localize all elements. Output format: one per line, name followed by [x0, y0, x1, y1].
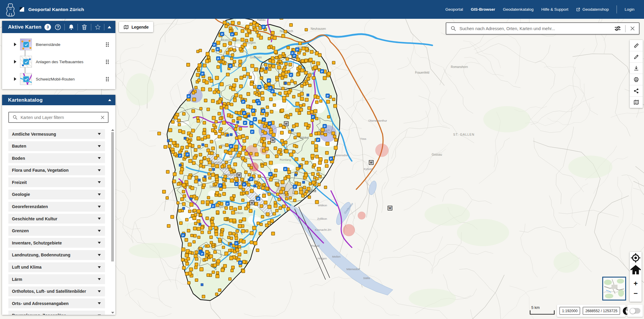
- top-nav-item[interactable]: Hilfe & Support: [541, 7, 569, 12]
- catalog-category[interactable]: Boden: [8, 153, 105, 163]
- svg-text:Frauenfeld: Frauenfeld: [415, 71, 429, 74]
- catalog-category-label: Geschichte und Kultur: [12, 216, 98, 221]
- contrast-toggle[interactable]: [630, 308, 640, 314]
- global-search-input[interactable]: [459, 26, 614, 31]
- home-button[interactable]: [630, 264, 642, 276]
- layer-checkbox[interactable]: [23, 41, 29, 48]
- close-search-icon[interactable]: [630, 26, 635, 31]
- collapse-panel-caret[interactable]: [108, 99, 111, 101]
- catalog-category[interactable]: Inventare, Schutzgebiete: [8, 238, 105, 248]
- svg-text:P: P: [236, 242, 238, 245]
- layer-checkbox[interactable]: [23, 59, 29, 65]
- basemap-button[interactable]: [630, 97, 643, 108]
- svg-text:P: P: [324, 125, 326, 128]
- catalog-category[interactable]: Geschichte und Kultur: [8, 214, 105, 224]
- chevron-right-icon[interactable]: [14, 60, 16, 64]
- top-nav-item[interactable]: Geodatenshop: [576, 7, 609, 12]
- download-button[interactable]: [630, 63, 643, 74]
- clear-filter-icon[interactable]: [100, 115, 105, 120]
- locate-button[interactable]: [630, 252, 642, 264]
- catalog-category-label: Amtliche Vermessung: [12, 132, 98, 137]
- drag-handle-icon[interactable]: [105, 59, 109, 64]
- scrollbar-down-arrow[interactable]: [111, 312, 114, 314]
- svg-text:P: P: [202, 72, 204, 75]
- divider: [64, 24, 65, 30]
- catalog-category[interactable]: Flora und Fauna, Vegetation: [8, 165, 105, 175]
- svg-text:Zollikon: Zollikon: [317, 217, 327, 220]
- catalog-category[interactable]: Georeferenzdaten: [8, 202, 105, 212]
- map-status-bar: 1:192000 2688552 / 1253725: [557, 305, 626, 317]
- catalog-category[interactable]: Geologie: [8, 190, 105, 199]
- svg-text:P: P: [290, 73, 292, 77]
- chevron-right-icon[interactable]: [14, 77, 16, 81]
- catalog-category[interactable]: Freizeit: [8, 177, 105, 187]
- chevron-down-icon: [98, 230, 101, 232]
- catalog-category-label: Freizeit: [12, 180, 98, 185]
- draw-button[interactable]: [630, 51, 643, 63]
- svg-text:P: P: [212, 205, 214, 208]
- top-nav-item[interactable]: Geodatenkatalog: [503, 7, 534, 12]
- layer-checkbox[interactable]: [23, 76, 29, 82]
- bell-icon[interactable]: [68, 24, 75, 30]
- scale-bar: 5 km: [530, 305, 555, 315]
- zoom-out-button[interactable]: −: [630, 288, 642, 298]
- zoom-in-button[interactable]: +: [630, 278, 642, 288]
- catalog-filter-input[interactable]: [21, 115, 100, 120]
- catalog-category[interactable]: Bauten: [8, 141, 105, 151]
- collapse-panel-caret[interactable]: [108, 26, 111, 28]
- app-title: Geoportal Kanton Zürich: [28, 7, 84, 12]
- drag-handle-icon[interactable]: [105, 42, 109, 47]
- measure-button[interactable]: [630, 40, 643, 51]
- chevron-down-icon: [98, 278, 101, 280]
- brand: Geoportal Kanton Zürich: [0, 3, 84, 16]
- layer-thumbnail: [20, 56, 32, 68]
- catalog-scrollbar-thumb[interactable]: [111, 132, 114, 261]
- print-button[interactable]: [630, 74, 643, 85]
- svg-text:P: P: [327, 94, 329, 97]
- scale-value[interactable]: 1:192000: [559, 307, 580, 315]
- catalog-category[interactable]: Grenzen: [8, 226, 105, 236]
- chevron-right-icon[interactable]: [14, 43, 16, 46]
- help-circle-icon[interactable]: [55, 24, 61, 30]
- svg-text:Oberwinterthur: Oberwinterthur: [368, 119, 387, 122]
- top-nav-item[interactable]: GIS-Browser: [471, 7, 495, 12]
- active-layer-row[interactable]: Bienenstände: [2, 36, 115, 53]
- search-filter-sliders-icon[interactable]: [614, 25, 621, 32]
- catalog-category[interactable]: Luft und Klima: [8, 262, 105, 272]
- svg-text:P: P: [217, 48, 219, 51]
- svg-text:Griessen: Griessen: [250, 56, 262, 59]
- active-layer-row[interactable]: SchweizMobil-Routen: [2, 70, 115, 88]
- svg-text:P: P: [330, 157, 332, 160]
- svg-text:Nürensdorf: Nürensdorf: [335, 154, 349, 157]
- catalog-category[interactable]: Landnutzung, Bodennutzung: [8, 250, 105, 260]
- zuerich-lion-logo: [4, 3, 17, 16]
- top-nav-item[interactable]: Login: [625, 7, 634, 12]
- catalog-category[interactable]: Raumplanung, Zonenpläne: [8, 311, 105, 315]
- catalog-category[interactable]: Orthofotos, Luft- und Satellitenbilder: [8, 287, 105, 296]
- nav-divider: [617, 5, 617, 13]
- svg-text:P: P: [258, 86, 261, 89]
- global-search-bar: [446, 22, 640, 35]
- catalog-category-label: Raumplanung, Zonenpläne: [12, 313, 98, 315]
- chevron-down-icon: [98, 242, 101, 244]
- catalog-category[interactable]: Lärm: [8, 274, 105, 284]
- top-nav-item[interactable]: Geoportal: [445, 7, 463, 12]
- star-icon[interactable]: [95, 24, 101, 30]
- chevron-down-icon: [98, 266, 101, 268]
- layer-thumbnail: [20, 38, 32, 50]
- drag-handle-icon[interactable]: [105, 77, 109, 82]
- svg-text:P: P: [252, 109, 254, 112]
- share-button[interactable]: [630, 85, 643, 97]
- catalog-category[interactable]: Orts- und Adressenangaben: [8, 298, 105, 308]
- overview-mini-map[interactable]: [602, 277, 626, 301]
- legend-button[interactable]: Legende: [119, 22, 153, 32]
- scrollbar-up-arrow[interactable]: [111, 129, 114, 131]
- catalog-category[interactable]: Amtliche Vermessung: [8, 129, 105, 139]
- contrast-toggle-box: [627, 305, 643, 317]
- catalog-category-label: Inventare, Schutzgebiete: [12, 241, 98, 245]
- svg-text:P: P: [269, 122, 271, 125]
- trash-icon[interactable]: [81, 24, 88, 30]
- svg-text:Neuhausen: Neuhausen: [311, 27, 326, 30]
- active-layer-row[interactable]: Anlagen des Tiefbauamtes: [2, 53, 115, 70]
- coordinates-value[interactable]: 2688552 / 1253725: [583, 307, 620, 315]
